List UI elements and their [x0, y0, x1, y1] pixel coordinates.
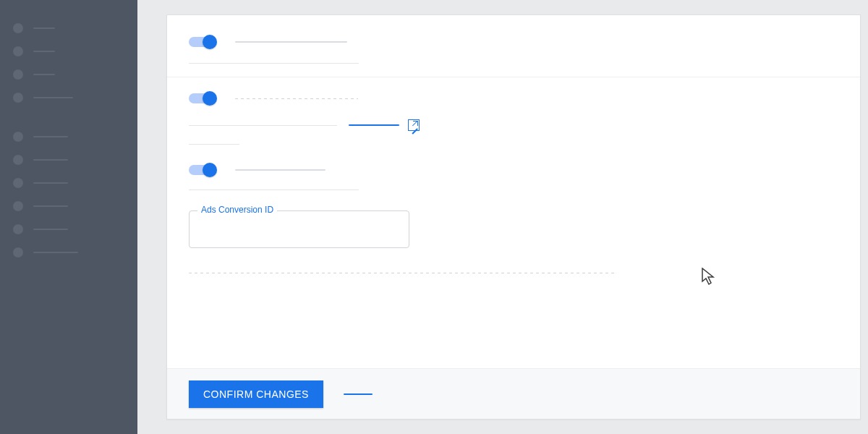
- settings-panel: Ads Conversion ID CONFIRM CHANGES: [166, 14, 861, 420]
- setting-label: [235, 41, 347, 43]
- sidebar-item-label: [33, 205, 68, 207]
- setting-description: [189, 125, 337, 126]
- sidebar-item[interactable]: [13, 174, 137, 192]
- sidebar-item[interactable]: [13, 243, 137, 262]
- setting-label: [235, 98, 358, 99]
- setting-section-1: [167, 15, 860, 77]
- sidebar-item-icon: [13, 247, 23, 258]
- sidebar-item-label: [33, 97, 73, 98]
- sidebar-item-icon: [13, 132, 23, 142]
- setting-description-line2: [189, 144, 239, 145]
- main-area: Ads Conversion ID CONFIRM CHANGES: [137, 0, 868, 434]
- sidebar-item-icon: [13, 69, 23, 80]
- field-label: Ads Conversion ID: [197, 205, 277, 215]
- sidebar-item-icon: [13, 224, 23, 234]
- setting-label: [235, 169, 326, 171]
- secondary-action[interactable]: [344, 393, 373, 395]
- sidebar-item-icon: [13, 23, 23, 33]
- sidebar-item-icon: [13, 46, 23, 56]
- sidebar-item-icon: [13, 155, 23, 165]
- sidebar-item-label: [33, 136, 68, 137]
- sidebar-item-label: [33, 229, 68, 230]
- sidebar-item-icon: [13, 178, 23, 188]
- sidebar-item-icon: [13, 93, 23, 103]
- confirm-changes-button[interactable]: CONFIRM CHANGES: [189, 380, 323, 408]
- sidebar-item-label: [33, 159, 68, 161]
- sidebar-item-label: [33, 27, 55, 29]
- sidebar-item[interactable]: [13, 127, 137, 146]
- sidebar-item-label: [33, 182, 68, 184]
- sidebar-item-label: [33, 252, 78, 253]
- ads-conversion-id-input[interactable]: [189, 210, 409, 248]
- sidebar-item[interactable]: [13, 88, 137, 107]
- sidebar-item-label: [33, 74, 55, 75]
- helper-text: [189, 273, 616, 273]
- sidebar-item[interactable]: [13, 19, 137, 38]
- setting-description: [189, 190, 359, 190]
- setting-section-2: Ads Conversion ID: [167, 77, 860, 286]
- sidebar-item[interactable]: [13, 220, 137, 239]
- toggle-1[interactable]: [189, 37, 215, 47]
- sidebar-item[interactable]: [13, 42, 137, 61]
- sidebar-item-icon: [13, 201, 23, 211]
- sidebar-item-label: [33, 51, 55, 52]
- sidebar: [0, 0, 137, 434]
- inline-link[interactable]: [349, 124, 399, 126]
- sidebar-item[interactable]: [13, 197, 137, 216]
- external-link-icon[interactable]: [408, 119, 420, 131]
- toggle-3[interactable]: [189, 165, 215, 175]
- sidebar-item[interactable]: [13, 150, 137, 169]
- toggle-2[interactable]: [189, 93, 215, 103]
- sidebar-item[interactable]: [13, 65, 137, 84]
- setting-description: [189, 63, 359, 64]
- ads-conversion-id-field: Ads Conversion ID: [189, 210, 838, 248]
- panel-footer: CONFIRM CHANGES: [167, 368, 860, 419]
